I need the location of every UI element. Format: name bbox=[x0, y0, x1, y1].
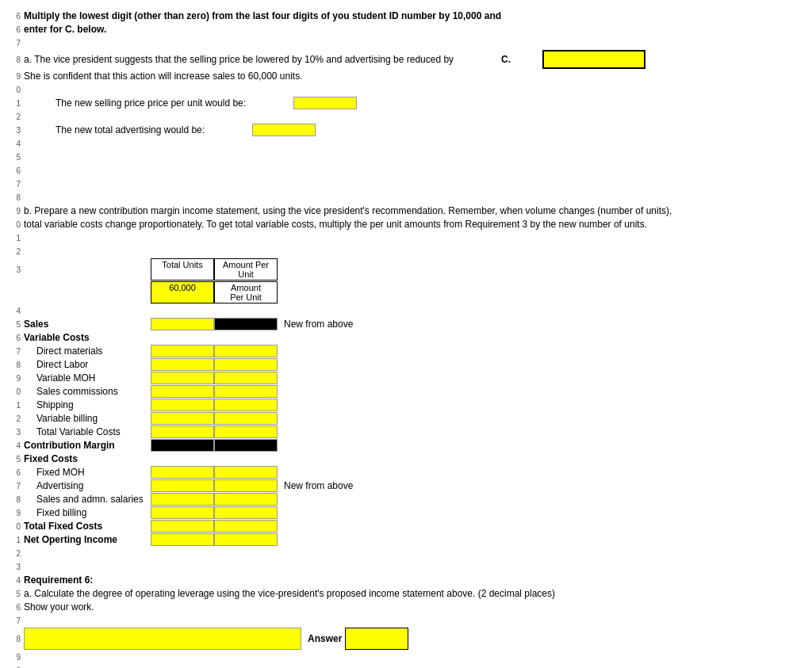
cell-fb-amount[interactable] bbox=[151, 506, 214, 519]
label-c: C. bbox=[501, 54, 511, 65]
cell-fmoh-amount[interactable] bbox=[151, 466, 214, 479]
label-total-fixed-costs: Total Fixed Costs bbox=[24, 521, 151, 532]
amount-per-unit-header: AmountPer Unit bbox=[214, 281, 278, 303]
cell-noi-amount[interactable] bbox=[151, 533, 214, 546]
cell-dl-per-unit[interactable] bbox=[214, 358, 278, 371]
cell-fmoh-per-unit[interactable] bbox=[214, 466, 278, 479]
label-variable-moh: Variable MOH bbox=[24, 372, 151, 384]
cell-fb-per-unit[interactable] bbox=[214, 506, 278, 519]
col-header-amount-per-unit: Amount Per Unit bbox=[214, 258, 278, 281]
cell-adv-per-unit[interactable] bbox=[214, 479, 278, 492]
cell-sales-amount[interactable] bbox=[151, 318, 214, 330]
label-variable-billing: Variable billing bbox=[24, 413, 151, 424]
cell-adv-amount[interactable] bbox=[151, 479, 214, 492]
label-variable-costs: Variable Costs bbox=[24, 332, 151, 343]
cell-tvc-per-unit[interactable] bbox=[214, 426, 278, 438]
answer-label: Answer bbox=[308, 633, 342, 644]
label-sales: Sales bbox=[24, 319, 151, 330]
cell-tfc-per-unit[interactable] bbox=[214, 520, 278, 532]
label-direct-labor: Direct Labor bbox=[24, 359, 151, 370]
label-fixed-moh: Fixed MOH bbox=[24, 467, 151, 478]
label-advertising: Advertising bbox=[24, 480, 151, 491]
cell-vb-amount[interactable] bbox=[151, 412, 214, 425]
total-units-value[interactable]: 60,000 bbox=[151, 281, 214, 303]
line-8a-text: a. The vice president suggests that the … bbox=[24, 54, 454, 65]
prepare-instruction: b. Prepare a new contribution margin inc… bbox=[24, 205, 802, 216]
cell-ship-amount[interactable] bbox=[151, 399, 214, 411]
cell-sas-per-unit[interactable] bbox=[214, 493, 278, 506]
col-header-total-units: Total Units bbox=[151, 258, 214, 281]
input-show-work[interactable] bbox=[24, 628, 301, 650]
cell-sas-amount[interactable] bbox=[151, 493, 214, 506]
label-sales-commissions: Sales commissions bbox=[24, 386, 151, 397]
spacer-fc2 bbox=[214, 452, 278, 465]
cell-tvc-amount[interactable] bbox=[151, 426, 214, 438]
new-selling-price-label: The new selling price price per unit wou… bbox=[24, 97, 246, 109]
cell-dl-amount[interactable] bbox=[151, 358, 214, 371]
spacer-vc bbox=[151, 331, 214, 344]
cell-cm-amount bbox=[151, 439, 214, 452]
input-answer[interactable] bbox=[345, 628, 408, 650]
cell-vmoh-per-unit[interactable] bbox=[214, 372, 278, 384]
cell-vmoh-amount[interactable] bbox=[151, 372, 214, 384]
cell-noi-per-unit[interactable] bbox=[214, 533, 278, 546]
new-advertising-label: The new total advertising would be: bbox=[24, 124, 205, 136]
cell-dm-per-unit[interactable] bbox=[214, 345, 278, 357]
spacer-vc2 bbox=[214, 331, 278, 344]
spacer-fc bbox=[151, 452, 214, 465]
req6-show-work: Show your work. bbox=[24, 601, 802, 613]
req6-line-a: a. Calculate the degree of operating lev… bbox=[24, 588, 802, 599]
input-new-selling-price[interactable] bbox=[293, 97, 357, 109]
cell-vb-per-unit[interactable] bbox=[214, 412, 278, 425]
label-direct-materials: Direct materials bbox=[24, 345, 151, 357]
input-new-advertising[interactable] bbox=[252, 124, 316, 136]
new-from-above-2: New from above bbox=[284, 480, 353, 491]
cell-tfc-amount[interactable] bbox=[151, 520, 214, 532]
cell-sales-per-unit bbox=[214, 318, 278, 330]
label-fixed-billing: Fixed billing bbox=[24, 507, 151, 518]
label-shipping: Shipping bbox=[24, 399, 151, 410]
label-fixed-costs: Fixed Costs bbox=[24, 453, 151, 464]
req6-title: Requirement 6: bbox=[24, 574, 802, 586]
new-from-above-1: New from above bbox=[284, 319, 353, 330]
label-contribution-margin: Contribution Margin bbox=[24, 440, 151, 451]
cell-dm-amount[interactable] bbox=[151, 345, 214, 357]
label-total-variable-costs: Total Variable Costs bbox=[24, 426, 151, 437]
enter-for-c: enter for C. below. bbox=[24, 24, 802, 35]
multiply-instruction: Multiply the lowest digit (other than ze… bbox=[24, 10, 802, 21]
variable-costs-instruction: total variable costs change proportionat… bbox=[24, 219, 802, 230]
cell-sc-per-unit[interactable] bbox=[214, 385, 278, 398]
input-c-value[interactable] bbox=[542, 50, 645, 69]
label-sales-admn-salaries: Sales and admn. salaries bbox=[24, 494, 151, 505]
cell-ship-per-unit[interactable] bbox=[214, 399, 278, 411]
label-net-operating-income: Net Operting Income bbox=[24, 534, 151, 545]
cell-cm-per-unit bbox=[214, 439, 278, 452]
line-9-text: She is confident that this action will i… bbox=[24, 71, 802, 82]
cell-sc-amount[interactable] bbox=[151, 385, 214, 398]
